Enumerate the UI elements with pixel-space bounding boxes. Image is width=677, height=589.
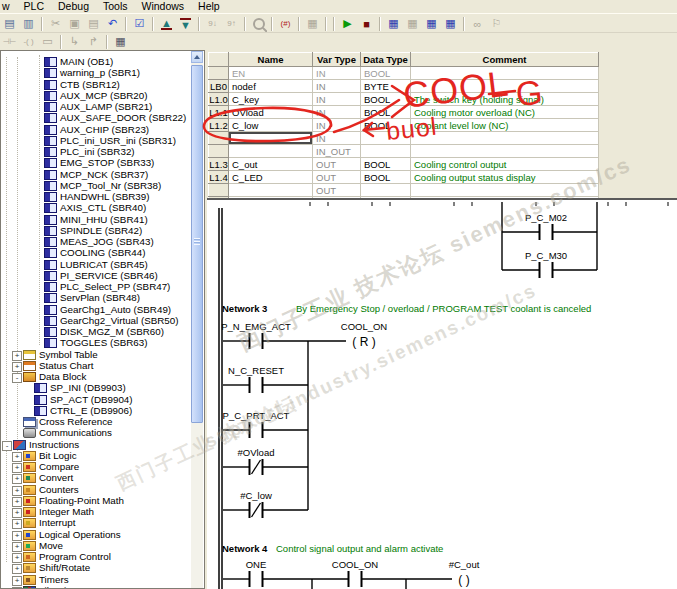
cell-var_type[interactable]: IN [313, 119, 361, 132]
tree-item-logical-operations[interactable]: +Logical Operations [1, 530, 204, 541]
cell-comment[interactable] [411, 145, 599, 158]
menu-item-plc[interactable]: PLC [17, 0, 51, 13]
ladder-contact-P_C_M30[interactable]: P_C_M30 [525, 250, 567, 278]
cell-name[interactable]: OVload [229, 106, 313, 119]
cell-name[interactable]: C_key [229, 93, 313, 106]
cell-data_type[interactable] [361, 184, 411, 197]
expand-icon[interactable]: + [12, 362, 22, 372]
tree-item-symbol-table[interactable]: +Symbol Table [1, 350, 204, 361]
cell-comment[interactable] [411, 67, 599, 80]
cell-data_type[interactable]: BOOL [361, 106, 411, 119]
cell-var_type[interactable]: OUT [313, 171, 361, 184]
menu-item-w[interactable]: w [0, 0, 17, 13]
menu-item-debug[interactable]: Debug [51, 0, 96, 13]
ladder-contact-#C_low[interactable]: #C_low [240, 490, 272, 518]
collapse-icon[interactable]: - [2, 441, 12, 451]
cell-addr[interactable]: L1.3 [209, 158, 229, 171]
tree-item-integer-math[interactable]: +Integer Math [1, 507, 204, 518]
undo-icon[interactable]: ↶ [104, 16, 121, 32]
ladder-coil-COOL_ON[interactable]: ( R )COOL_ON [341, 321, 388, 349]
cell-name[interactable]: nodef [229, 80, 313, 93]
cell-addr[interactable] [209, 67, 229, 80]
expand-icon[interactable]: + [12, 564, 22, 574]
ladder-contact-P_C_M02[interactable]: P_C_M02 [525, 212, 567, 240]
compile-icon[interactable]: ☑ [131, 16, 148, 32]
cell-data_type[interactable]: BOOL [361, 119, 411, 132]
cell-var_type[interactable]: IN [313, 106, 361, 119]
expand-icon[interactable]: + [12, 531, 22, 541]
expand-icon[interactable]: + [12, 486, 22, 496]
cell-addr[interactable] [209, 132, 229, 145]
cell-comment[interactable]: Coolant level low (NC) [411, 119, 599, 132]
ladder-coil-#C_out[interactable]: ( )#C_out [449, 559, 480, 587]
tree-item-floating-point-math[interactable]: +Floating-Point Math [1, 496, 204, 507]
cell-var_type[interactable]: IN [313, 93, 361, 106]
force-values-icon[interactable]: ▦ [442, 16, 459, 32]
cell-data_type[interactable]: BYTE [361, 80, 411, 93]
menu-item-tools[interactable]: Tools [96, 0, 135, 13]
scroll-thumb[interactable] [191, 65, 203, 423]
expand-icon[interactable]: + [12, 553, 22, 563]
cell-name[interactable]: C_LED [229, 171, 313, 184]
cell-var_type[interactable]: IN_OUT [313, 145, 361, 158]
cell-comment[interactable]: The switch key (holding signal) [411, 93, 599, 106]
tree-item-bit-logic[interactable]: +Bit Logic [1, 451, 204, 462]
tree-item-instructions[interactable]: -Instructions [1, 440, 204, 451]
tree-item-toggles-sbr63-[interactable]: TOGGLES (SBR63) [1, 338, 204, 349]
cell-name[interactable]: C_out [229, 158, 313, 171]
view-symbol-table-icon[interactable]: ▦ [112, 34, 129, 50]
expand-icon[interactable]: + [12, 519, 22, 529]
cell-data_type[interactable] [361, 132, 411, 145]
cell-name[interactable] [229, 145, 313, 158]
cell-name[interactable] [229, 184, 313, 197]
expand-icon[interactable]: + [12, 497, 22, 507]
cell-addr[interactable]: L1.4 [209, 171, 229, 184]
cell-var_type[interactable]: OUT [313, 158, 361, 171]
ladder-contact-ONE[interactable]: ONE [246, 559, 267, 587]
cell-data_type[interactable]: BOOL [361, 171, 411, 184]
program-status-icon[interactable]: ▦ [385, 16, 402, 32]
cell-var_type[interactable]: IN [313, 132, 361, 145]
tree-item-convert[interactable]: +Convert [1, 473, 204, 484]
ladder-editor[interactable]: P_C_M02P_C_M30Network 3By Emergency Stop… [207, 198, 677, 589]
stop-icon[interactable]: ■ [358, 16, 375, 32]
ladder-contact-COOL_ON[interactable]: COOL_ON [332, 559, 379, 587]
expand-icon[interactable]: + [12, 576, 22, 586]
cell-addr[interactable]: L1.0 [209, 93, 229, 106]
options-icon[interactable]: (#) [277, 16, 294, 32]
cell-var_type[interactable]: IN [313, 80, 361, 93]
run-icon[interactable]: ▶ [339, 16, 356, 32]
cell-comment[interactable] [411, 80, 599, 93]
cell-addr[interactable]: L1.1 [209, 106, 229, 119]
cell-data_type[interactable]: BOOL [361, 158, 411, 171]
menu-item-help[interactable]: Help [191, 0, 227, 13]
cell-addr[interactable] [209, 145, 229, 158]
ladder-contact-P_C_PRT_ACT[interactable]: P_C_PRT_ACT [223, 410, 290, 438]
tree-item-shift-rotate[interactable]: +Shift/Rotate [1, 563, 204, 574]
cell-comment[interactable] [411, 184, 599, 197]
ladder-contact-N_C_RESET[interactable]: N_C_RESET [228, 365, 284, 393]
cell-data_type[interactable]: BOOL [361, 67, 411, 80]
cell-data_type[interactable]: BOOL [361, 93, 411, 106]
cell-name[interactable]: C_low [229, 119, 313, 132]
cell-addr[interactable] [209, 184, 229, 197]
tree-item-compare[interactable]: +Compare [1, 462, 204, 473]
cell-addr[interactable]: LB0 [209, 80, 229, 93]
download-icon[interactable]: ▼ [177, 16, 194, 32]
scroll-up-button[interactable] [191, 51, 203, 63]
expand-icon[interactable]: + [12, 474, 22, 484]
cell-data_type[interactable] [361, 145, 411, 158]
expand-icon[interactable]: + [12, 463, 22, 473]
menu-item-windows[interactable]: Windows [135, 0, 192, 13]
cell-addr[interactable]: L1.2 [209, 119, 229, 132]
expand-icon[interactable]: + [12, 452, 22, 462]
tree-scrollbar[interactable] [191, 51, 203, 588]
cell-name[interactable] [229, 132, 313, 145]
chart-status-icon[interactable]: ▦ [423, 16, 440, 32]
expand-icon[interactable]: + [12, 351, 22, 361]
cell-comment[interactable] [411, 132, 599, 145]
tree-item-program-control[interactable]: +Program Control [1, 552, 204, 563]
tree-item-timers[interactable]: +Timers [1, 575, 204, 586]
cell-var_type[interactable]: OUT [313, 184, 361, 197]
upload-icon[interactable]: ▲ [158, 16, 175, 32]
